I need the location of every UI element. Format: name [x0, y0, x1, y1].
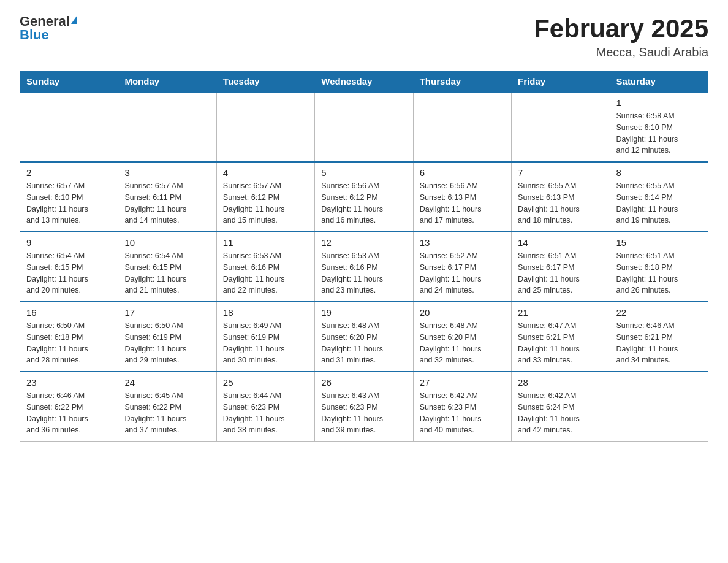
day-cell-14: 14Sunrise: 6:51 AMSunset: 6:17 PMDayligh…	[512, 232, 610, 302]
day-info: Sunrise: 6:57 AMSunset: 6:10 PMDaylight:…	[26, 180, 112, 226]
day-cell-23: 23Sunrise: 6:46 AMSunset: 6:22 PMDayligh…	[20, 372, 118, 442]
day-info: Sunrise: 6:51 AMSunset: 6:18 PMDaylight:…	[616, 250, 702, 296]
day-number: 16	[26, 307, 112, 318]
day-cell-28: 28Sunrise: 6:42 AMSunset: 6:24 PMDayligh…	[512, 372, 610, 442]
day-info: Sunrise: 6:48 AMSunset: 6:20 PMDaylight:…	[420, 320, 505, 366]
page-header: General Blue February 2025 Mecca, Saudi …	[20, 15, 708, 59]
week-row-4: 16Sunrise: 6:50 AMSunset: 6:18 PMDayligh…	[20, 302, 708, 372]
day-info: Sunrise: 6:55 AMSunset: 6:13 PMDaylight:…	[518, 180, 603, 226]
week-row-1: 1Sunrise: 6:58 AMSunset: 6:10 PMDaylight…	[20, 92, 708, 162]
page-subtitle: Mecca, Saudi Arabia	[534, 45, 708, 59]
empty-cell	[20, 92, 118, 162]
day-cell-3: 3Sunrise: 6:57 AMSunset: 6:11 PMDaylight…	[118, 162, 216, 232]
day-number: 11	[223, 237, 308, 248]
day-info: Sunrise: 6:50 AMSunset: 6:18 PMDaylight:…	[26, 320, 112, 366]
day-info: Sunrise: 6:57 AMSunset: 6:11 PMDaylight:…	[124, 180, 210, 226]
day-cell-2: 2Sunrise: 6:57 AMSunset: 6:10 PMDaylight…	[20, 162, 118, 232]
day-number: 22	[616, 307, 702, 318]
day-number: 10	[124, 237, 210, 248]
day-cell-19: 19Sunrise: 6:48 AMSunset: 6:20 PMDayligh…	[315, 302, 413, 372]
day-number: 12	[321, 237, 406, 248]
calendar-table: SundayMondayTuesdayWednesdayThursdayFrid…	[20, 71, 708, 442]
day-cell-4: 4Sunrise: 6:57 AMSunset: 6:12 PMDaylight…	[216, 162, 314, 232]
day-info: Sunrise: 6:49 AMSunset: 6:19 PMDaylight:…	[223, 320, 308, 366]
day-number: 5	[321, 167, 406, 178]
day-info: Sunrise: 6:53 AMSunset: 6:16 PMDaylight:…	[321, 250, 406, 296]
day-cell-6: 6Sunrise: 6:56 AMSunset: 6:13 PMDaylight…	[413, 162, 511, 232]
day-info: Sunrise: 6:47 AMSunset: 6:21 PMDaylight:…	[518, 320, 603, 366]
empty-cell	[610, 372, 708, 442]
column-header-wednesday: Wednesday	[315, 71, 413, 93]
logo-blue-text: Blue	[20, 28, 49, 42]
day-cell-11: 11Sunrise: 6:53 AMSunset: 6:16 PMDayligh…	[216, 232, 314, 302]
day-cell-18: 18Sunrise: 6:49 AMSunset: 6:19 PMDayligh…	[216, 302, 314, 372]
empty-cell	[413, 92, 511, 162]
day-number: 21	[518, 307, 603, 318]
day-number: 13	[420, 237, 505, 248]
week-row-3: 9Sunrise: 6:54 AMSunset: 6:15 PMDaylight…	[20, 232, 708, 302]
day-info: Sunrise: 6:48 AMSunset: 6:20 PMDaylight:…	[321, 320, 406, 366]
empty-cell	[315, 92, 413, 162]
day-cell-22: 22Sunrise: 6:46 AMSunset: 6:21 PMDayligh…	[610, 302, 708, 372]
day-number: 26	[321, 377, 406, 388]
day-info: Sunrise: 6:46 AMSunset: 6:22 PMDaylight:…	[26, 390, 112, 436]
day-info: Sunrise: 6:43 AMSunset: 6:23 PMDaylight:…	[321, 390, 406, 436]
calendar-header-row: SundayMondayTuesdayWednesdayThursdayFrid…	[20, 71, 708, 93]
calendar-header: SundayMondayTuesdayWednesdayThursdayFrid…	[20, 71, 708, 93]
logo-triangle-icon	[71, 15, 77, 24]
day-cell-17: 17Sunrise: 6:50 AMSunset: 6:19 PMDayligh…	[118, 302, 216, 372]
day-info: Sunrise: 6:45 AMSunset: 6:22 PMDaylight:…	[124, 390, 210, 436]
empty-cell	[512, 92, 610, 162]
column-header-tuesday: Tuesday	[216, 71, 314, 93]
day-info: Sunrise: 6:44 AMSunset: 6:23 PMDaylight:…	[223, 390, 308, 436]
day-number: 14	[518, 237, 603, 248]
day-cell-5: 5Sunrise: 6:56 AMSunset: 6:12 PMDaylight…	[315, 162, 413, 232]
week-row-2: 2Sunrise: 6:57 AMSunset: 6:10 PMDaylight…	[20, 162, 708, 232]
day-cell-27: 27Sunrise: 6:42 AMSunset: 6:23 PMDayligh…	[413, 372, 511, 442]
day-cell-26: 26Sunrise: 6:43 AMSunset: 6:23 PMDayligh…	[315, 372, 413, 442]
logo: General Blue	[20, 15, 77, 42]
day-number: 4	[223, 167, 308, 178]
day-cell-1: 1Sunrise: 6:58 AMSunset: 6:10 PMDaylight…	[610, 92, 708, 162]
day-info: Sunrise: 6:54 AMSunset: 6:15 PMDaylight:…	[124, 250, 210, 296]
day-number: 20	[420, 307, 505, 318]
day-number: 8	[616, 167, 702, 178]
day-info: Sunrise: 6:56 AMSunset: 6:12 PMDaylight:…	[321, 180, 406, 226]
day-number: 17	[124, 307, 210, 318]
day-cell-10: 10Sunrise: 6:54 AMSunset: 6:15 PMDayligh…	[118, 232, 216, 302]
day-info: Sunrise: 6:46 AMSunset: 6:21 PMDaylight:…	[616, 320, 702, 366]
day-info: Sunrise: 6:57 AMSunset: 6:12 PMDaylight:…	[223, 180, 308, 226]
logo-general-text: General	[20, 15, 70, 28]
day-number: 19	[321, 307, 406, 318]
day-info: Sunrise: 6:54 AMSunset: 6:15 PMDaylight:…	[26, 250, 112, 296]
day-info: Sunrise: 6:52 AMSunset: 6:17 PMDaylight:…	[420, 250, 505, 296]
day-number: 7	[518, 167, 603, 178]
empty-cell	[118, 92, 216, 162]
day-info: Sunrise: 6:51 AMSunset: 6:17 PMDaylight:…	[518, 250, 603, 296]
day-cell-13: 13Sunrise: 6:52 AMSunset: 6:17 PMDayligh…	[413, 232, 511, 302]
column-header-saturday: Saturday	[610, 71, 708, 93]
day-cell-8: 8Sunrise: 6:55 AMSunset: 6:14 PMDaylight…	[610, 162, 708, 232]
day-cell-9: 9Sunrise: 6:54 AMSunset: 6:15 PMDaylight…	[20, 232, 118, 302]
column-header-sunday: Sunday	[20, 71, 118, 93]
day-info: Sunrise: 6:50 AMSunset: 6:19 PMDaylight:…	[124, 320, 210, 366]
day-number: 6	[420, 167, 505, 178]
day-number: 25	[223, 377, 308, 388]
day-number: 24	[124, 377, 210, 388]
day-cell-25: 25Sunrise: 6:44 AMSunset: 6:23 PMDayligh…	[216, 372, 314, 442]
day-number: 3	[124, 167, 210, 178]
day-cell-15: 15Sunrise: 6:51 AMSunset: 6:18 PMDayligh…	[610, 232, 708, 302]
day-info: Sunrise: 6:55 AMSunset: 6:14 PMDaylight:…	[616, 180, 702, 226]
day-number: 28	[518, 377, 603, 388]
day-cell-12: 12Sunrise: 6:53 AMSunset: 6:16 PMDayligh…	[315, 232, 413, 302]
day-number: 1	[616, 98, 702, 108]
day-cell-24: 24Sunrise: 6:45 AMSunset: 6:22 PMDayligh…	[118, 372, 216, 442]
week-row-5: 23Sunrise: 6:46 AMSunset: 6:22 PMDayligh…	[20, 372, 708, 442]
day-number: 23	[26, 377, 112, 388]
empty-cell	[216, 92, 314, 162]
title-block: February 2025 Mecca, Saudi Arabia	[534, 15, 708, 59]
day-info: Sunrise: 6:58 AMSunset: 6:10 PMDaylight:…	[616, 110, 702, 156]
column-header-friday: Friday	[512, 71, 610, 93]
day-cell-20: 20Sunrise: 6:48 AMSunset: 6:20 PMDayligh…	[413, 302, 511, 372]
day-cell-16: 16Sunrise: 6:50 AMSunset: 6:18 PMDayligh…	[20, 302, 118, 372]
